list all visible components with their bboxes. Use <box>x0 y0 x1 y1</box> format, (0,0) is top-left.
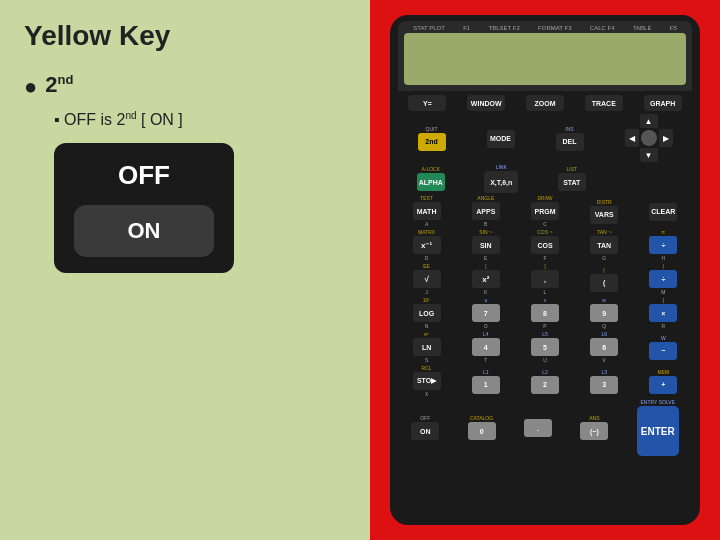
sto-btn[interactable]: STO▶ <box>413 372 441 390</box>
tan-btn[interactable]: TAN <box>590 236 618 254</box>
multiply-btn[interactable]: × <box>649 304 677 322</box>
key-row-8: RCL STO▶ X L1 1 L2 2 L3 3 MEM <box>398 365 692 397</box>
0-btn[interactable]: 0 <box>468 422 496 440</box>
2-btn[interactable]: 2 <box>531 376 559 394</box>
dot-item: . <box>524 418 552 437</box>
minus-item: W − <box>649 335 677 360</box>
zoom-btn[interactable]: ZOOM <box>526 95 564 111</box>
8-btn[interactable]: 8 <box>531 304 559 322</box>
on-button-display: ON <box>74 205 214 257</box>
top-labels: STAT PLOT F1 TBLSET F2 FORMAT F3 CALC F4… <box>404 25 686 31</box>
del-btn[interactable]: DEL <box>556 133 584 151</box>
nav-up-btn[interactable]: ▲ <box>640 114 658 128</box>
enter-item: ENTRY SOLVE ENTER <box>637 399 679 456</box>
graph-btn[interactable]: GRAPH <box>644 95 682 111</box>
nav-down-btn[interactable]: ▼ <box>640 148 658 162</box>
7-btn[interactable]: 7 <box>472 304 500 322</box>
clear-item: CLEAR <box>649 202 677 221</box>
nav-left-btn[interactable]: ◀ <box>625 129 639 147</box>
trace-btn[interactable]: TRACE <box>585 95 623 111</box>
3-item: L3 3 <box>590 369 618 394</box>
enter-btn[interactable]: ENTER <box>637 406 679 456</box>
sub-item: ▪ OFF is 2nd [ ON ] <box>54 110 346 129</box>
xinverse-item: MATRX x⁻¹ D <box>413 229 441 261</box>
left-panel: Yellow Key ● 2nd ▪ OFF is 2nd [ ON ] OFF… <box>0 0 370 540</box>
clear-btn[interactable]: CLEAR <box>649 203 677 221</box>
comma-btn[interactable]: , <box>531 270 559 288</box>
alpha-btn[interactable]: ALPHA <box>417 173 445 191</box>
log-item: 10ˣ LOG N <box>413 297 441 329</box>
right-panel: STAT PLOT F1 TBLSET F2 FORMAT F3 CALC F4… <box>370 0 720 540</box>
0-item: CATALOG 0 <box>468 415 496 440</box>
xthetaN-btn[interactable]: X,T,θ,n <box>484 171 518 193</box>
log-btn[interactable]: LOG <box>413 304 441 322</box>
6-item: L6 6 V <box>590 331 618 363</box>
7-item: u 7 O <box>472 297 500 329</box>
5-item: L5 5 U <box>531 331 559 363</box>
nav-cluster: ▲ ◀ ▶ ▼ <box>625 114 673 162</box>
key-row-2: A-LOCK ALPHA LINK X,T,θ,n LIST STAT <box>398 164 692 193</box>
nav-center-btn[interactable] <box>641 130 657 146</box>
negate-btn[interactable]: (−) <box>580 422 608 440</box>
calculator: STAT PLOT F1 TBLSET F2 FORMAT F3 CALC F4… <box>390 15 700 525</box>
ln-btn[interactable]: LN <box>413 338 441 356</box>
key-row-5: EE √ J { x² K } , L ( ( <box>398 263 692 295</box>
on-item: OFF ON <box>411 415 439 440</box>
xinverse-btn[interactable]: x⁻¹ <box>413 236 441 254</box>
tan-item: TAN⁻¹ TAN G <box>590 229 618 261</box>
mode-item: MODE <box>487 129 515 148</box>
key-section: QUIT 2nd MODE INS DEL ▲ ◀ ▶ ▼ <box>398 114 692 515</box>
y-equals-btn[interactable]: Y= <box>408 95 446 111</box>
bullet-sup: nd <box>58 72 74 87</box>
on-btn[interactable]: ON <box>411 422 439 440</box>
screen-area: STAT PLOT F1 TBLSET F2 FORMAT F3 CALC F4… <box>398 21 692 91</box>
cos-item: COS⁻¹ COS F <box>531 229 559 261</box>
key-row-7: eˣ LN S L4 4 T L5 5 U L6 6 V <box>398 331 692 363</box>
5-btn[interactable]: 5 <box>531 338 559 356</box>
bullet-item: ● 2nd <box>24 72 346 100</box>
4-btn[interactable]: 4 <box>472 338 500 356</box>
sin-btn[interactable]: SIN <box>472 236 500 254</box>
cos-btn[interactable]: COS <box>531 236 559 254</box>
ins-label2: INS <box>565 126 573 132</box>
stat-btn[interactable]: STAT <box>558 173 586 191</box>
key-row-3: TEST MATH A ANGLE APPS B DRAW PRGM C DIS… <box>398 195 692 227</box>
xsquared-item: { x² K <box>472 263 500 295</box>
mode-btn[interactable]: MODE <box>487 130 515 148</box>
divide-btn[interactable]: ÷ <box>649 236 677 254</box>
display-box: OFF ON <box>54 143 234 273</box>
dot-btn[interactable]: . <box>524 419 552 437</box>
comma-item: } , L <box>531 263 559 295</box>
prgm-item: DRAW PRGM C <box>531 195 559 227</box>
calc-screen <box>404 33 686 85</box>
1-item: L1 1 <box>472 369 500 394</box>
nav-right-btn[interactable]: ▶ <box>659 129 673 147</box>
divide-item: π ÷ H <box>649 229 677 261</box>
del-item: INS DEL <box>556 126 584 151</box>
xthetaN-item: LINK X,T,θ,n <box>484 164 518 193</box>
6-btn[interactable]: 6 <box>590 338 618 356</box>
window-btn[interactable]: WINDOW <box>467 95 505 111</box>
3-btn[interactable]: 3 <box>590 376 618 394</box>
lparen-btn[interactable]: ( <box>590 274 618 292</box>
9-btn[interactable]: 9 <box>590 304 618 322</box>
math-btn[interactable]: MATH <box>413 202 441 220</box>
2-item: L2 2 <box>531 369 559 394</box>
bullet-dot: ● <box>24 74 37 100</box>
key-row-9: OFF ON CATALOG 0 . ANS (−) ENTRY SOLVE <box>398 399 692 456</box>
plus-btn[interactable]: + <box>649 376 677 394</box>
prgm-btn[interactable]: PRGM <box>531 202 559 220</box>
2nd-btn[interactable]: 2nd <box>418 133 446 151</box>
rparen-btn[interactable]: ÷ <box>649 270 677 288</box>
page-title: Yellow Key <box>24 20 346 52</box>
vars-btn[interactable]: VARS <box>590 206 618 224</box>
sqrt-item: EE √ J <box>413 263 441 295</box>
apps-btn[interactable]: APPS <box>472 202 500 220</box>
multiply-item: { × R <box>649 297 677 329</box>
xsquared-btn[interactable]: x² <box>472 270 500 288</box>
minus-btn[interactable]: − <box>649 342 677 360</box>
sqrt-btn[interactable]: √ <box>413 270 441 288</box>
math-item: TEST MATH A <box>413 195 441 227</box>
rparen-item: ) ÷ M <box>649 263 677 295</box>
1-btn[interactable]: 1 <box>472 376 500 394</box>
